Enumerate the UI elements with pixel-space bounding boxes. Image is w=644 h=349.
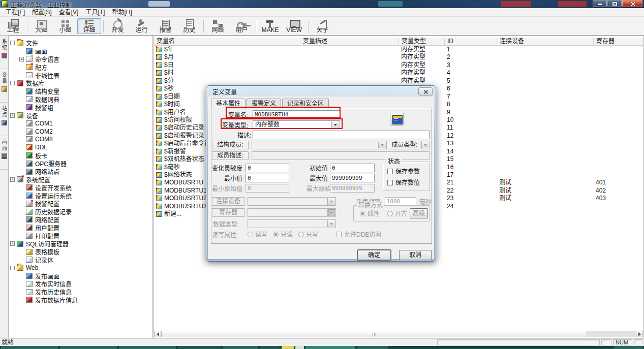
tree-item[interactable]: 报警配置 bbox=[9, 200, 152, 208]
column-header-register[interactable]: 寄存器 bbox=[594, 38, 644, 45]
tree-item[interactable]: 发布历史信息 bbox=[9, 288, 152, 296]
sidebar-tab[interactable]: 画面 bbox=[0, 136, 8, 170]
description-input[interactable] bbox=[253, 131, 430, 139]
tree-item[interactable]: 配方 bbox=[9, 63, 152, 71]
table-row[interactable]: $分 内存实型 5 bbox=[154, 77, 643, 85]
scrollbar-thumb[interactable] bbox=[161, 331, 587, 337]
toolbar-button[interactable]: 网络 bbox=[206, 18, 230, 34]
linear-radio[interactable] bbox=[360, 211, 365, 216]
tree-item[interactable]: 用户配置 bbox=[9, 224, 152, 232]
tree-item[interactable]: 记录体 bbox=[9, 256, 152, 264]
tree-item[interactable]: 数据词典 bbox=[9, 96, 152, 104]
save-params-checkbox[interactable] bbox=[387, 169, 393, 174]
tree-toggle[interactable]: - bbox=[10, 113, 15, 118]
tree-item[interactable]: 表格模板 bbox=[9, 248, 152, 256]
toolbar-button[interactable]: 历史 bbox=[177, 18, 201, 34]
tree-item[interactable]: 打印配置 bbox=[9, 232, 152, 240]
tree-item[interactable]: 历史数据记录 bbox=[9, 208, 152, 216]
tree-toggle[interactable]: - bbox=[10, 41, 15, 45]
tree-item[interactable]: 报警组 bbox=[9, 103, 152, 111]
tree-item[interactable]: - 系统配置 bbox=[9, 176, 152, 184]
column-header-description[interactable]: 变量描述 bbox=[300, 38, 399, 45]
readwrite-radio[interactable] bbox=[248, 232, 253, 237]
tree-item[interactable]: 发布画面 bbox=[9, 272, 152, 280]
toolbar-button[interactable]: 小图 bbox=[53, 18, 77, 34]
column-header-name[interactable]: 变量名 bbox=[154, 38, 300, 45]
sqrt-radio[interactable] bbox=[387, 211, 393, 216]
struct-member-button[interactable]: 结构成员: bbox=[212, 141, 249, 149]
tree-item[interactable]: - 文件 bbox=[9, 39, 152, 47]
scroll-right-button[interactable] bbox=[636, 331, 643, 337]
minimize-button[interactable] bbox=[593, 0, 607, 7]
tree-item[interactable]: COM8 bbox=[9, 136, 152, 144]
tree-item[interactable]: - 数据库 bbox=[9, 79, 152, 87]
tree-item[interactable]: 设置开发系统 bbox=[9, 183, 152, 192]
tree-item[interactable]: - Web bbox=[9, 264, 152, 272]
tree-toggle[interactable]: - bbox=[10, 266, 15, 270]
min-value-input[interactable]: 0 bbox=[246, 174, 289, 182]
toolbar-button[interactable]: 工程 bbox=[1, 18, 25, 34]
menu-item[interactable]: 帮助[H] bbox=[108, 8, 135, 16]
tree-item[interactable]: 画面 bbox=[9, 47, 152, 55]
sidebar-tab[interactable]: 变量 bbox=[0, 69, 8, 103]
tree-toggle[interactable]: - bbox=[10, 81, 15, 85]
member-desc-button[interactable]: 成员描述: bbox=[212, 151, 249, 160]
sidebar-tab[interactable]: 系统 bbox=[0, 36, 8, 69]
table-row[interactable]: $日 内存实型 3 bbox=[154, 61, 643, 69]
menu-item[interactable]: 工程[F] bbox=[2, 8, 28, 16]
dialog-close-button[interactable] bbox=[418, 87, 433, 96]
tree-item[interactable]: 发布实时信息 bbox=[9, 280, 152, 288]
allow-dde-checkbox[interactable] bbox=[336, 232, 342, 237]
toolbar-button[interactable]: 开发 bbox=[106, 18, 130, 34]
toolbar-button[interactable]: 关于 bbox=[311, 18, 334, 34]
save-values-checkbox[interactable] bbox=[387, 180, 393, 185]
horizontal-scrollbar[interactable] bbox=[154, 331, 643, 337]
toolbar-button[interactable]: 报警 bbox=[154, 18, 177, 34]
cancel-button[interactable]: 取消 bbox=[399, 250, 432, 260]
tree-item[interactable]: COM1 bbox=[9, 119, 152, 128]
tree-item[interactable]: 发布数据库信息 bbox=[9, 296, 152, 304]
toolbar-button[interactable]: 用户 bbox=[230, 18, 254, 34]
toolbar-button[interactable]: VIEW bbox=[282, 18, 306, 34]
tree-item[interactable]: + 命令语言 bbox=[9, 55, 152, 64]
table-row[interactable]: $时 内存实型 4 bbox=[154, 69, 643, 77]
menu-item[interactable]: 配置[S] bbox=[28, 8, 55, 16]
column-header-device[interactable]: 连接设备 bbox=[497, 38, 594, 45]
writeonly-radio[interactable] bbox=[298, 232, 304, 237]
scrollbar-track[interactable] bbox=[586, 331, 636, 337]
tree-item[interactable]: 设置运行系统 bbox=[9, 192, 152, 200]
readonly-radio[interactable] bbox=[273, 232, 279, 237]
tree-item[interactable]: - 设备 bbox=[9, 111, 152, 119]
table-row[interactable]: $年 内存实型 1 bbox=[154, 46, 643, 53]
close-button[interactable] bbox=[622, 0, 642, 7]
sidebar-tab[interactable]: 站点 bbox=[0, 103, 8, 136]
tree-item[interactable]: 网络配置 bbox=[9, 216, 152, 224]
sensitivity-input[interactable]: 0 bbox=[246, 164, 289, 172]
tree-item[interactable]: 网络站点 bbox=[9, 168, 152, 176]
tree-toggle[interactable]: - bbox=[10, 177, 15, 182]
ok-button[interactable]: 确定 bbox=[357, 250, 391, 260]
initial-value-input[interactable]: 0 bbox=[330, 164, 375, 172]
tree-item[interactable]: - SQL访问管理器 bbox=[9, 240, 152, 248]
toolbar-button[interactable]: 运行 bbox=[130, 18, 154, 34]
tree-item[interactable]: DDE bbox=[9, 143, 152, 151]
tree-item[interactable]: COM2 bbox=[9, 128, 152, 136]
maximize-button[interactable] bbox=[607, 0, 622, 7]
toolbar-button[interactable]: 详细 bbox=[77, 18, 101, 34]
menu-item[interactable]: 查看[V] bbox=[55, 8, 82, 16]
tree-item[interactable]: OPC服务器 bbox=[9, 160, 152, 168]
toolbar-button[interactable]: MAKE bbox=[258, 18, 282, 34]
tree-toggle[interactable]: + bbox=[19, 57, 24, 61]
column-header-id[interactable]: ID bbox=[445, 38, 497, 45]
variable-icon-button[interactable] bbox=[390, 113, 404, 125]
toolbar-button[interactable]: 大图 bbox=[29, 18, 53, 34]
tree-toggle[interactable]: - bbox=[10, 241, 15, 246]
advanced-button[interactable]: 高级 bbox=[410, 208, 428, 218]
tree-item[interactable]: 非线性表 bbox=[9, 71, 152, 79]
table-row[interactable]: $月 内存实型 2 bbox=[154, 53, 643, 61]
tree-item[interactable]: 结构变量 bbox=[9, 87, 152, 96]
tree-item[interactable]: 板卡 bbox=[9, 151, 152, 160]
column-header-type[interactable]: 变量类型 bbox=[399, 38, 445, 45]
scroll-left-button[interactable] bbox=[154, 331, 161, 337]
max-value-input[interactable]: 999999999 bbox=[330, 174, 375, 182]
